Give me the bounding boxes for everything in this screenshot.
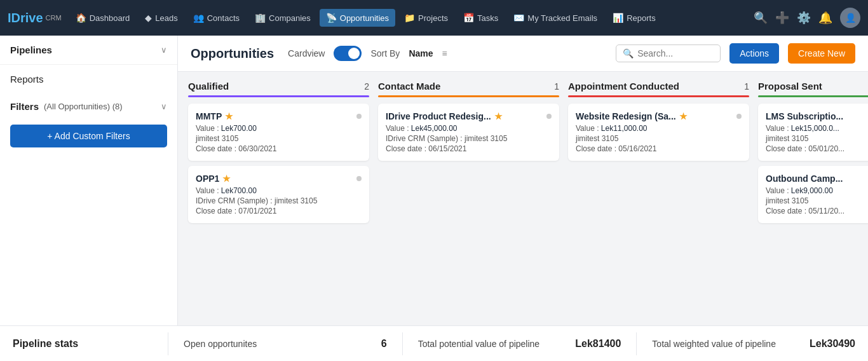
- card-header: OPP1 ★: [196, 174, 362, 184]
- card-header: Outbound Camp...: [766, 174, 868, 184]
- filters-chevron-icon: ∨: [161, 102, 167, 111]
- card-appointment-conducted-0[interactable]: Website Redesign (Sa... ★ Value : Lek11,…: [568, 104, 749, 161]
- settings-icon[interactable]: ⚙️: [797, 11, 811, 25]
- stats-open: Open opportunites 6: [184, 338, 387, 350]
- tasks-icon: 📅: [463, 13, 474, 23]
- card-dot[interactable]: [356, 114, 362, 119]
- nav-dashboard[interactable]: 🏠 Dashboard: [69, 9, 137, 27]
- star-icon: ★: [494, 111, 503, 121]
- col-count-appointment-conducted: 1: [744, 81, 749, 92]
- col-bar-proposal-sent: [758, 95, 868, 97]
- card-contact: jimitest 3105: [196, 134, 362, 143]
- kanban-col-appointment-conducted: Appointment Conducted1 Website Redesign …: [568, 81, 749, 310]
- avatar[interactable]: 👤: [840, 8, 860, 28]
- contacts-icon: 👥: [193, 13, 204, 23]
- card-value: Value : Lek700.00: [196, 124, 362, 133]
- create-label: Create New: [798, 48, 845, 58]
- sidebar: Pipelines ∨ Reports Filters (All Opportu…: [0, 36, 178, 361]
- sort-icon[interactable]: ≡: [442, 48, 447, 58]
- nav-projects[interactable]: 📁 Projects: [398, 9, 454, 27]
- card-title: MMTP ★: [196, 111, 233, 121]
- card-value: Value : Lek11,000.00: [576, 124, 742, 133]
- logo[interactable]: IDrive CRM: [8, 11, 62, 25]
- card-contact: IDrive CRM (Sample) : jimitest 3105: [386, 134, 552, 143]
- reports-icon: 📊: [613, 13, 623, 23]
- pipeline-stats-title: Pipeline stats: [13, 338, 153, 350]
- card-header: Website Redesign (Sa... ★: [576, 111, 742, 121]
- create-new-button[interactable]: Create New: [788, 43, 855, 64]
- stats-divider-3: [636, 332, 637, 355]
- stats-potential: Total potential value of pipeline Lek814…: [418, 338, 621, 350]
- card-contact-made-0[interactable]: IDrive Product Redesig... ★ Value : Lek4…: [378, 104, 559, 161]
- projects-icon: 📁: [404, 13, 415, 23]
- col-bar-appointment-conducted: [568, 95, 749, 97]
- nav-right: 🔍 ➕ ⚙️ 🔔 👤: [754, 8, 860, 28]
- leads-icon: ◆: [145, 13, 152, 23]
- stats-divider-2: [402, 332, 403, 355]
- card-proposal-sent-1[interactable]: Outbound Camp... Value : Lek9,000.00 jim…: [758, 166, 868, 223]
- star-icon: ★: [225, 111, 233, 121]
- card-contact: jimitest 3105: [766, 134, 868, 143]
- stats-weighted-label: Total weighted value of pipeline: [652, 339, 776, 349]
- companies-icon: 🏢: [255, 13, 266, 23]
- stats-potential-value: Lek81400: [575, 338, 621, 350]
- nav-opportunities-label: Opportunities: [340, 13, 389, 23]
- card-close-date: Close date : 07/01/2021: [196, 207, 362, 215]
- sidebar-reports[interactable]: Reports: [0, 65, 177, 93]
- card-proposal-sent-0[interactable]: LMS Subscriptio... Value : Lek15,000.0..…: [758, 104, 868, 161]
- add-custom-filters-button[interactable]: + Add Custom Filters: [10, 125, 167, 147]
- card-title: OPP1 ★: [196, 174, 231, 184]
- nav-leads-label: Leads: [155, 13, 177, 23]
- search-icon[interactable]: 🔍: [754, 11, 768, 25]
- card-dot[interactable]: [546, 114, 552, 119]
- card-qualified-0[interactable]: MMTP ★ Value : Lek700.00 jimitest 3105 C…: [188, 104, 369, 161]
- col-title-qualified: Qualified: [188, 81, 229, 92]
- col-title-contact-made: Contact Made: [378, 81, 440, 92]
- nav-tasks-label: Tasks: [477, 13, 498, 23]
- sortby-value: Name: [409, 48, 433, 58]
- col-title-appointment-conducted: Appointment Conducted: [568, 81, 679, 92]
- actions-button[interactable]: Actions: [729, 43, 779, 64]
- nav-companies[interactable]: 🏢 Companies: [248, 9, 317, 27]
- notifications-icon[interactable]: 🔔: [818, 11, 832, 25]
- card-close-date: Close date : 06/30/2021: [196, 144, 362, 153]
- card-dot[interactable]: [736, 114, 742, 119]
- nav-dashboard-label: Dashboard: [90, 13, 130, 23]
- card-dot[interactable]: [356, 176, 362, 181]
- col-bar-qualified: [188, 95, 369, 97]
- add-filter-label: + Add Custom Filters: [47, 131, 130, 141]
- search-input[interactable]: [637, 48, 714, 58]
- card-title: IDrive Product Redesig... ★: [386, 111, 503, 121]
- add-icon[interactable]: ➕: [775, 11, 789, 25]
- stats-potential-label: Total potential value of pipeline: [418, 339, 539, 349]
- toggle-switch[interactable]: [334, 46, 362, 61]
- card-qualified-1[interactable]: OPP1 ★ Value : Lek700.00 IDrive CRM (Sam…: [188, 166, 369, 223]
- topnav: IDrive CRM 🏠 Dashboard ◆ Leads 👥 Contact…: [0, 0, 868, 36]
- sidebar-pipelines-row[interactable]: Pipelines ∨: [10, 44, 167, 55]
- nav-contacts[interactable]: 👥 Contacts: [187, 9, 246, 27]
- nav-reports-label: Reports: [627, 13, 656, 23]
- opportunities-icon: 📡: [326, 13, 337, 23]
- toggle-knob: [348, 48, 360, 59]
- card-close-date: Close date : 06/15/2021: [386, 144, 552, 153]
- nav-reports[interactable]: 📊 Reports: [606, 9, 662, 27]
- card-title: LMS Subscriptio...: [766, 111, 843, 121]
- stats-divider-1: [168, 332, 168, 355]
- card-contact: IDrive CRM (Sample) : jimitest 3105: [196, 196, 362, 205]
- kanban-col-contact-made: Contact Made1 IDrive Product Redesig... …: [378, 81, 559, 310]
- cardview-toggle[interactable]: [334, 46, 362, 61]
- nav-opportunities[interactable]: 📡 Opportunities: [320, 9, 395, 27]
- nav-tasks[interactable]: 📅 Tasks: [457, 9, 505, 27]
- sidebar-pipelines-label: Pipelines: [10, 44, 52, 55]
- card-value: Value : Lek15,000.0...: [766, 124, 868, 133]
- col-count-qualified: 2: [364, 81, 369, 92]
- col-header-qualified: Qualified2: [188, 81, 369, 92]
- layout: Pipelines ∨ Reports Filters (All Opportu…: [0, 36, 868, 361]
- card-close-date: Close date : 05/11/20...: [766, 207, 868, 215]
- star-icon: ★: [679, 111, 688, 121]
- cardview-label: Cardview: [288, 48, 325, 58]
- col-header-appointment-conducted: Appointment Conducted1: [568, 81, 749, 92]
- nav-tracked-emails[interactable]: ✉️ My Tracked Emails: [507, 9, 604, 27]
- nav-leads[interactable]: ◆ Leads: [139, 9, 184, 27]
- nav-contacts-label: Contacts: [207, 13, 240, 23]
